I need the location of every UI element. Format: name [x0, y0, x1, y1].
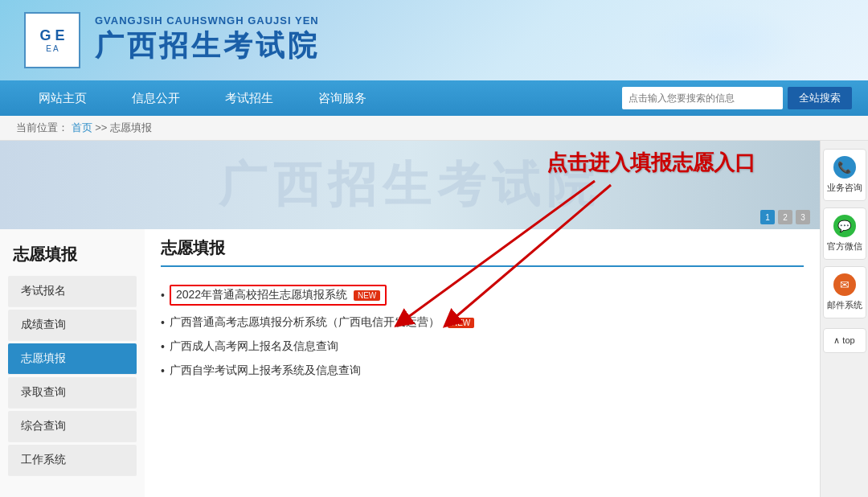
list-item-2: 广西普通高考志愿填报分析系统（广西电信开发运营） NEW — [161, 310, 804, 335]
sidebar-item-score-query[interactable]: 成绩查询 — [8, 310, 137, 341]
banner-dot-3[interactable]: 3 — [796, 210, 810, 224]
sidebar-item-exam-reg[interactable]: 考试报名 — [8, 276, 137, 307]
search-input[interactable] — [622, 87, 783, 109]
search-button[interactable]: 全站搜索 — [788, 87, 852, 109]
badge-2: NEW — [448, 318, 474, 328]
list-item-3: 广西成人高考网上报名及信息查询 — [161, 335, 804, 359]
wechat-label: 官方微信 — [827, 240, 862, 253]
header-title-cn: 广西招生考试院 — [95, 27, 320, 66]
badge-1: NEW — [354, 290, 380, 301]
sidebar-item-work-system[interactable]: 工作系统 — [8, 445, 137, 476]
mail-label: 邮件系统 — [827, 299, 862, 311]
banner-dot-2[interactable]: 2 — [778, 210, 792, 224]
header-title-area: GVANGJSIH CAUHSWNGH GAUJSI YEN 广西招生考试院 — [95, 14, 320, 66]
right-sidebar-business[interactable]: 📞 业务咨询 — [823, 149, 866, 201]
main-section-title: 志愿填报 — [161, 237, 804, 267]
sidebar-item-volunteer[interactable]: 志愿填报 — [8, 343, 137, 375]
right-sidebar-mail[interactable]: ✉ 邮件系统 — [823, 266, 866, 318]
sidebar-item-general-query[interactable]: 综合查询 — [8, 411, 137, 442]
right-sidebar-wechat[interactable]: 💬 官方微信 — [823, 207, 866, 260]
breadcrumb-prefix: 当前位置： — [16, 121, 68, 133]
sidebar: 志愿填报 考试报名 成绩查询 志愿填报 录取查询 综合查询 工作系统 — [0, 229, 145, 497]
logo-text-bottom: E A — [46, 44, 59, 53]
right-sidebar: 📞 业务咨询 💬 官方微信 ✉ 邮件系统 ∧ top — [820, 141, 868, 497]
search-area: 全站搜索 — [622, 87, 852, 109]
link-4[interactable]: 广西自学考试网上报考系统及信息查询 — [170, 364, 361, 378]
breadcrumb-sep: >> — [95, 121, 110, 133]
list-item-4: 广西自学考试网上报考系统及信息查询 — [161, 359, 804, 383]
business-label: 业务咨询 — [827, 182, 862, 194]
banner: 广西招生考试院 1 2 3 — [0, 141, 820, 229]
link-1[interactable]: 2022年普通高校招生志愿填报系统 — [176, 288, 347, 301]
mail-icon: ✉ — [833, 273, 856, 296]
main-wrapper: 广西招生考试院 1 2 3 志愿填报 考试报名 成绩查询 志愿填报 录取查询 综… — [0, 141, 868, 497]
navbar: 网站主页 信息公开 考试招生 咨询服务 全站搜索 — [0, 80, 868, 116]
nav-home[interactable]: 网站主页 — [16, 80, 109, 116]
link-2[interactable]: 广西普通高考志愿填报分析系统（广西电信开发运营） — [170, 315, 440, 330]
main-content: 志愿填报 2022年普通高校招生志愿填报系统 NEW 广西普通高考志愿填报分析系… — [145, 229, 820, 497]
logo-text-top: G E — [39, 28, 64, 43]
list-item-1: 2022年普通高校招生志愿填报系统 NEW — [161, 280, 804, 310]
sidebar-item-admission[interactable]: 录取查询 — [8, 377, 137, 409]
nav-exam[interactable]: 考试招生 — [203, 80, 296, 116]
wechat-icon: 💬 — [833, 215, 856, 237]
back-to-top-button[interactable]: ∧ top — [823, 328, 866, 353]
banner-dot-1[interactable]: 1 — [760, 210, 775, 224]
nav-info[interactable]: 信息公开 — [109, 80, 203, 116]
content-area: 志愿填报 考试报名 成绩查询 志愿填报 录取查询 综合查询 工作系统 志愿填报 … — [0, 229, 820, 497]
breadcrumb: 当前位置： 首页 >> 志愿填报 — [0, 116, 868, 141]
breadcrumb-current: 志愿填报 — [110, 121, 152, 133]
site-header: G E E A GVANGJSIH CAUHSWNGH GAUJSI YEN 广… — [0, 0, 868, 80]
breadcrumb-home[interactable]: 首页 — [72, 121, 92, 133]
highlight-box-1[interactable]: 2022年普通高校招生志愿填报系统 NEW — [170, 285, 387, 306]
logo: G E E A — [24, 12, 80, 68]
nav-consult[interactable]: 咨询服务 — [296, 80, 389, 116]
top-label: ∧ top — [833, 335, 854, 346]
phone-icon: 📞 — [833, 156, 856, 179]
header-title-en: GVANGJSIH CAUHSWNGH GAUJSI YEN — [95, 14, 320, 27]
nav-items: 网站主页 信息公开 考试招生 咨询服务 — [16, 80, 622, 116]
banner-watermark: 广西招生考试院 — [219, 153, 601, 218]
link-3[interactable]: 广西成人高考网上报名及信息查询 — [170, 339, 338, 354]
sidebar-section-title: 志愿填报 — [0, 237, 145, 273]
banner-dots: 1 2 3 — [760, 210, 810, 224]
